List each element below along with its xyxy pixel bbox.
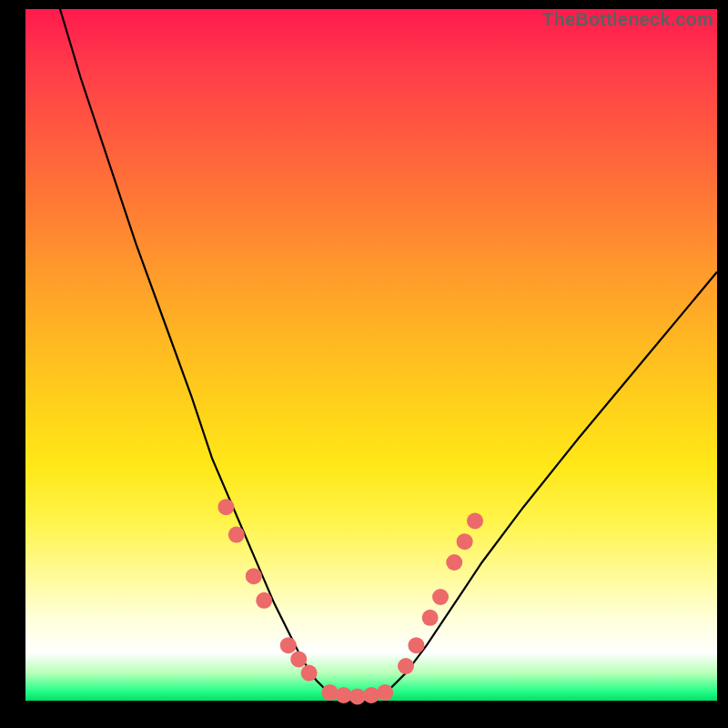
data-marker	[349, 688, 366, 704]
data-marker	[398, 658, 414, 674]
data-marker	[446, 554, 462, 571]
data-marker	[467, 512, 483, 529]
data-marker	[280, 637, 297, 653]
data-marker	[432, 589, 449, 605]
data-marker	[457, 533, 473, 550]
data-marker	[256, 592, 272, 609]
curve-paths	[60, 9, 717, 699]
watermark-text: TheBottleneck.com	[542, 9, 713, 30]
curve-layer	[25, 9, 717, 701]
chart-frame: TheBottleneck.com	[0, 0, 728, 728]
plot-area: TheBottleneck.com	[25, 9, 717, 701]
data-marker	[377, 684, 393, 701]
bottleneck-curve	[60, 9, 717, 699]
data-marker	[422, 610, 439, 626]
data-marker	[301, 665, 318, 682]
data-marker	[246, 568, 262, 584]
data-marker	[217, 499, 234, 515]
marker-dots	[217, 499, 483, 704]
data-marker	[321, 684, 338, 701]
data-marker	[228, 527, 245, 543]
data-marker	[290, 651, 307, 667]
data-marker	[408, 637, 424, 653]
data-marker	[336, 687, 352, 703]
data-marker	[363, 687, 379, 703]
